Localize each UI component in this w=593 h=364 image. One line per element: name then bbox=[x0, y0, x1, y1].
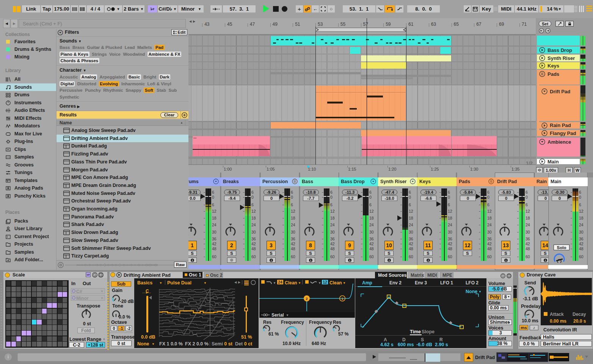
svg-text:1: 1 bbox=[341, 297, 343, 301]
svg-text:2: 2 bbox=[306, 297, 307, 301]
